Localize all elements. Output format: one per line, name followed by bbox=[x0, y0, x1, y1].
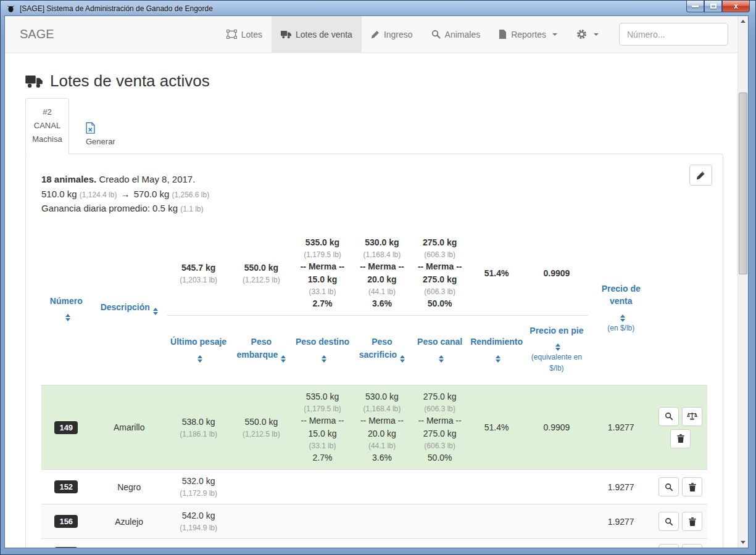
tab-generar[interactable]: Generar bbox=[69, 118, 132, 154]
table-row-167: 167 Amarillo 555.0 kg 1.9277 bbox=[41, 539, 707, 548]
cell-rendimiento: 51.4% bbox=[468, 385, 525, 470]
delete-button[interactable] bbox=[682, 477, 702, 496]
sale-lot-table: Número Descripción 545.7 kg (1,203.1 lb) bbox=[41, 231, 707, 548]
lot-panel: 18 animales. Creado el May 8, 2017. 510.… bbox=[25, 154, 723, 548]
nav-item-reportes[interactable]: Reportes bbox=[489, 16, 567, 52]
cell-precio-en-pie: 0.9909 bbox=[525, 385, 588, 470]
sort-icon bbox=[620, 314, 625, 322]
animal-number-badge: 149 bbox=[54, 421, 78, 434]
vertical-scrollbar[interactable] bbox=[737, 16, 748, 548]
settings-menu[interactable] bbox=[567, 16, 608, 52]
lot-info: 18 animales. Creado el May 8, 2017. 510.… bbox=[41, 172, 707, 215]
app-window: [SAGE] Sistema de Administración de Gana… bbox=[0, 0, 756, 555]
triangle-up-icon bbox=[741, 20, 746, 23]
maximize-button[interactable] bbox=[704, 1, 722, 12]
scroll-down-button[interactable] bbox=[738, 537, 748, 548]
nav-label: Lotes bbox=[241, 30, 262, 39]
delete-button[interactable] bbox=[682, 512, 702, 531]
truck-icon bbox=[25, 75, 43, 88]
view-button[interactable] bbox=[658, 407, 679, 426]
tab-lot-2-canal-machisa[interactable]: #2 CANAL Machisa bbox=[25, 98, 69, 154]
nav-item-animales[interactable]: Animales bbox=[422, 16, 490, 52]
lot-info-line-3: Ganancia diaria promedio: 0.5 kg (1.1 lb… bbox=[41, 201, 707, 215]
lot-info-line-1: 18 animales. Creado el May 8, 2017. bbox=[41, 172, 707, 186]
cell-ultimo-pesaje: 532.0 kg (1,172.9 lb) bbox=[167, 470, 230, 504]
cell-precio-venta: 1.9277 bbox=[588, 504, 654, 539]
cell-descripcion: Negro bbox=[91, 470, 167, 504]
tabs: #2 CANAL Machisa G bbox=[19, 98, 723, 154]
nav-item-ingreso[interactable]: Ingreso bbox=[362, 16, 422, 52]
cell-descripcion: Amarillo bbox=[91, 539, 167, 548]
summary-precio-en-pie: 0.9909 bbox=[525, 231, 588, 316]
column-header-actions bbox=[654, 231, 707, 385]
column-header-peso-embarque[interactable]: Peso embarque bbox=[230, 316, 293, 385]
cell-actions bbox=[654, 504, 707, 539]
scroll-up-button[interactable] bbox=[738, 16, 748, 27]
scale-icon bbox=[687, 412, 697, 421]
column-header-descripcion[interactable]: Descripción bbox=[91, 231, 167, 385]
page-title-text: Lotes de venta activos bbox=[50, 72, 210, 91]
column-header-ultimo-pesaje[interactable]: Último pesaje bbox=[167, 316, 230, 385]
table-row-156: 156 Azulejo 542.0 kg (1,194.9 lb) 1.9277 bbox=[41, 504, 707, 539]
edit-lot-button[interactable] bbox=[689, 165, 712, 186]
column-header-peso-canal[interactable]: Peso canal bbox=[412, 316, 468, 385]
pencil-icon bbox=[696, 171, 705, 180]
summary-ultimo-pesaje: 545.7 kg (1,203.1 lb) bbox=[167, 231, 230, 316]
column-header-peso-sacrificio[interactable]: Peso sacrificio bbox=[352, 316, 412, 385]
view-button[interactable] bbox=[658, 477, 679, 496]
sort-icon bbox=[439, 355, 444, 363]
created-date: Creado el May 8, 2017. bbox=[99, 174, 195, 184]
gain-lb: (1.1 lb) bbox=[180, 205, 203, 213]
nav-item-lotes-de-venta[interactable]: Lotes de venta bbox=[272, 16, 362, 52]
cell-actions bbox=[654, 385, 707, 470]
main-area: Lotes de venta activos #2 CANAL Machisa bbox=[5, 53, 737, 548]
summary-rendimiento: 51.4% bbox=[468, 231, 525, 316]
table-row-152: 152 Negro 532.0 kg (1,172.9 lb) 1.9277 bbox=[41, 470, 707, 504]
cell-precio-venta: 1.9277 bbox=[588, 539, 654, 548]
search-box bbox=[619, 23, 728, 46]
nav-item-lotes[interactable]: Lotes bbox=[217, 16, 272, 52]
view-button[interactable] bbox=[658, 544, 679, 548]
cell-precio-venta: 1.9277 bbox=[588, 385, 654, 470]
sort-icon bbox=[197, 355, 202, 363]
column-header-numero[interactable]: Número bbox=[41, 231, 91, 385]
weight-to-kg: 570.0 kg bbox=[134, 189, 170, 199]
summary-peso-canal: 275.0 kg (606.3 lb) -- Merma -- 275.0 kg… bbox=[412, 231, 468, 316]
brand[interactable]: SAGE bbox=[5, 27, 64, 41]
column-header-precio-en-pie[interactable]: Precio en pie (equivalente en $/lb) bbox=[525, 316, 588, 385]
search-icon bbox=[665, 483, 673, 491]
numero-search-input[interactable] bbox=[619, 23, 728, 46]
maximize-icon bbox=[710, 4, 717, 9]
delete-button[interactable] bbox=[670, 429, 691, 448]
cell-descripcion: Amarillo bbox=[91, 385, 167, 470]
summary-row: Número Descripción 545.7 kg (1,203.1 lb) bbox=[41, 231, 707, 316]
window-title: [SAGE] Sistema de Administración de Gana… bbox=[20, 4, 213, 13]
scrollbar-thumb[interactable] bbox=[739, 92, 747, 274]
search-icon bbox=[665, 517, 673, 526]
animal-count: 18 animales. bbox=[41, 174, 96, 184]
weigh-button[interactable] bbox=[682, 407, 702, 426]
weight-from-kg: 510.0 kg bbox=[41, 189, 77, 199]
column-header-precio-venta[interactable]: Precio de venta (en $/lb) bbox=[588, 231, 654, 385]
column-header-peso-destino[interactable]: Peso destino bbox=[293, 316, 352, 385]
nav-label: Lotes de venta bbox=[296, 30, 352, 39]
delete-button[interactable] bbox=[682, 544, 702, 548]
close-icon: x bbox=[734, 2, 738, 10]
nav-label: Reportes bbox=[511, 30, 546, 39]
tab-line-type: CANAL bbox=[27, 119, 67, 133]
animal-number-badge: 156 bbox=[54, 515, 78, 528]
minimize-button[interactable] bbox=[686, 1, 704, 12]
column-header-rendimiento[interactable]: Rendimiento bbox=[468, 316, 525, 385]
cell-peso-embarque: 550.0 kg (1,212.5 lb) bbox=[230, 385, 293, 470]
object-group-icon bbox=[226, 30, 237, 39]
tab-line-client: Machisa bbox=[27, 133, 67, 146]
cell-actions bbox=[654, 470, 707, 504]
chevron-down-icon bbox=[552, 33, 557, 36]
weight-to-lb: (1,256.6 lb) bbox=[172, 191, 209, 199]
view-button[interactable] bbox=[658, 512, 679, 531]
nav-label: Animales bbox=[445, 30, 481, 39]
cell-ultimo-pesaje: 538.0 kg (1,186.1 lb) bbox=[167, 385, 230, 470]
close-button[interactable]: x bbox=[722, 1, 750, 12]
chevron-down-icon bbox=[594, 33, 599, 36]
cell-ultimo-pesaje: 555.0 kg bbox=[167, 539, 230, 548]
